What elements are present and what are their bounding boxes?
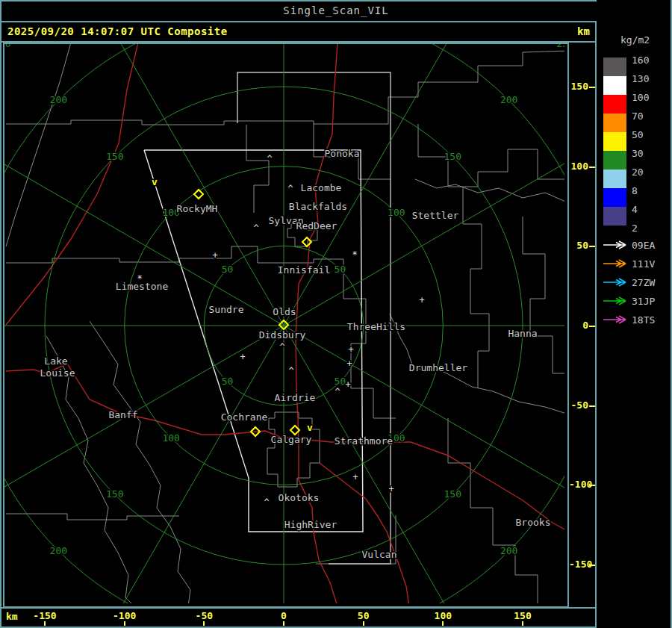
poi-marker: * bbox=[137, 273, 142, 284]
legend-swatch bbox=[603, 76, 626, 95]
poi-marker: ^ bbox=[253, 223, 258, 234]
town-label: Drumheller bbox=[409, 362, 467, 373]
ring-label: 150 bbox=[106, 151, 123, 162]
bottom-axis-tick bbox=[124, 621, 125, 626]
town-label: Brooks bbox=[516, 517, 551, 528]
right-axis-tick bbox=[589, 87, 595, 88]
town-label: Stettler bbox=[412, 210, 459, 221]
azimuth-radial bbox=[4, 102, 284, 326]
county-boundary bbox=[463, 187, 489, 388]
window-border-left bbox=[0, 0, 1, 628]
town-label: Cochrane bbox=[221, 411, 268, 423]
radar-arrow-icon bbox=[603, 276, 628, 288]
town-label: Okotoks bbox=[279, 492, 320, 503]
radar-app-window: Single_Scan_VIL 2025/09/20 14:07:07 UTC … bbox=[0, 0, 672, 628]
town-label: Lake bbox=[44, 355, 67, 367]
poi-marker: + bbox=[240, 352, 245, 362]
county-boundary bbox=[90, 321, 190, 603]
legend-swatch bbox=[603, 188, 626, 207]
bottom-axis-tick bbox=[283, 621, 284, 626]
bottom-axis-tick bbox=[522, 621, 523, 626]
header-divider bbox=[0, 21, 672, 22]
town-label: Louise bbox=[40, 367, 75, 379]
scan-timestamp: 2025/09/20 14:07:07 UTC Composite bbox=[7, 25, 228, 37]
wind-v-marker: v bbox=[307, 422, 313, 433]
right-axis-tick bbox=[589, 485, 595, 486]
legend-swatch-label: 70 bbox=[632, 111, 644, 122]
town-label: Innisfail bbox=[278, 264, 330, 276]
county-boundary bbox=[418, 124, 564, 187]
right-axis-tick bbox=[589, 246, 595, 247]
town-label: Lacombe bbox=[301, 182, 342, 193]
county-boundary bbox=[6, 246, 343, 263]
bottom-axis-tick bbox=[363, 621, 364, 626]
right-axis-tick bbox=[589, 405, 595, 407]
ring-label: 100 bbox=[162, 432, 179, 444]
bottom-axis: km -150-100-50050100150 bbox=[3, 609, 595, 626]
poi-marker: + bbox=[345, 379, 350, 390]
poi-marker: ^ bbox=[279, 342, 284, 352]
poi-marker: ^ bbox=[287, 184, 293, 194]
town-label: Blackfalds bbox=[289, 201, 347, 212]
legend-swatch bbox=[603, 57, 626, 76]
ring-label: 200 bbox=[50, 94, 67, 105]
right-axis-tick bbox=[589, 565, 595, 566]
window-title: Single_Scan_VIL bbox=[0, 4, 672, 16]
legend-swatch bbox=[603, 207, 626, 226]
right-axis-tick-label: -100 bbox=[569, 479, 588, 490]
ring-label: 150 bbox=[106, 488, 123, 500]
ring-label: 200 bbox=[500, 94, 517, 105]
poi-marker: + bbox=[212, 250, 217, 261]
legend-swatch bbox=[603, 95, 626, 114]
legend-swatch-label: 160 bbox=[632, 55, 649, 66]
poi-marker: ^ bbox=[267, 154, 272, 164]
county-boundary bbox=[6, 514, 179, 520]
ring-label: 250 bbox=[556, 44, 564, 49]
radar-arrow-label: 09EA bbox=[632, 240, 655, 251]
radar-map-canvas[interactable]: 5010015020025050100150200250501001502002… bbox=[4, 44, 564, 603]
town-label: RockyMH bbox=[177, 203, 218, 214]
azimuth-radial bbox=[284, 326, 564, 550]
poi-marker: + bbox=[348, 344, 353, 355]
ring-label: 250 bbox=[556, 601, 564, 603]
county-boundary bbox=[6, 120, 388, 125]
legend-swatch bbox=[603, 114, 626, 132]
radar-arrow-icon bbox=[603, 258, 628, 270]
poi-marker: ^ bbox=[335, 387, 340, 397]
bottom-axis-tick-label: 150 bbox=[514, 610, 531, 621]
bottom-axis-tick-label: 0 bbox=[281, 610, 287, 621]
ring-label: 50 bbox=[222, 376, 234, 387]
ring-label: 200 bbox=[500, 545, 517, 556]
radar-arrow-label: 27ZW bbox=[632, 277, 655, 288]
azimuth-radial bbox=[60, 44, 284, 326]
right-axis-tick-label: -150 bbox=[569, 559, 588, 570]
town-label: Banff bbox=[108, 409, 137, 420]
right-axis-tick-label: -50 bbox=[569, 400, 588, 411]
wind-v-marker: v bbox=[152, 176, 158, 187]
right-axis-tick bbox=[589, 326, 595, 327]
town-label: ThreeHills bbox=[347, 321, 405, 332]
county-boundary bbox=[415, 179, 564, 203]
poi-marker: + bbox=[346, 358, 352, 369]
right-axis-tick bbox=[589, 167, 595, 168]
right-axis-tick-label: 50 bbox=[569, 240, 588, 251]
bottom-axis-tick-label: 100 bbox=[435, 610, 452, 621]
legend-swatch-label: 100 bbox=[632, 92, 649, 103]
right-axis-tick-label: 0 bbox=[569, 320, 588, 331]
ring-label: 150 bbox=[444, 488, 461, 500]
legend-swatch-label: 50 bbox=[632, 129, 644, 140]
poi-marker: + bbox=[352, 472, 358, 482]
ring-label: 200 bbox=[50, 545, 67, 556]
radar-arrow-label: 18TS bbox=[632, 314, 655, 326]
radar-map-frame: 5010015020025050100150200250501001502002… bbox=[3, 43, 569, 608]
bottom-axis-tick bbox=[203, 621, 205, 626]
ring-label: 250 bbox=[4, 44, 11, 49]
bottom-axis-tick bbox=[442, 621, 444, 626]
legend-swatch-label: 2 bbox=[632, 223, 638, 234]
town-label: Didsbury bbox=[259, 329, 306, 341]
window-border-top bbox=[0, 0, 672, 1]
town-label: Sundre bbox=[209, 304, 244, 315]
ring-label: 50 bbox=[335, 376, 346, 387]
county-boundary bbox=[388, 51, 564, 124]
town-label: Airdrie bbox=[275, 392, 316, 403]
